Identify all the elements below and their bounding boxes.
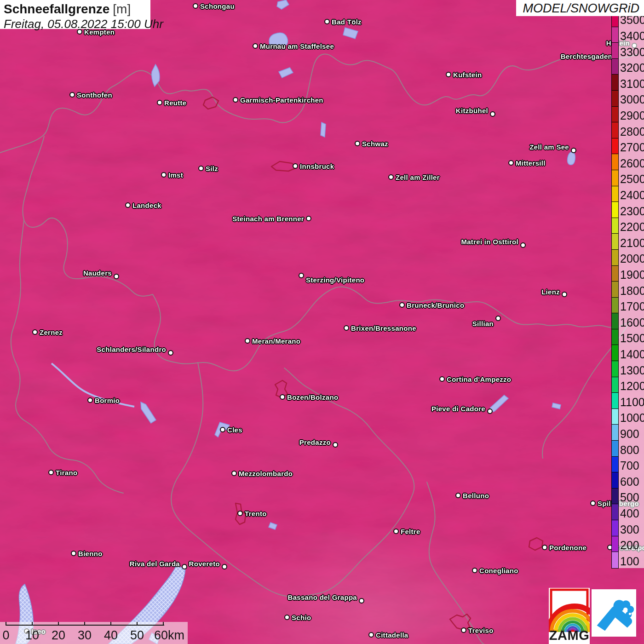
- colorbar-segment: [612, 425, 618, 441]
- lake-kochelsee: [343, 28, 358, 39]
- city-label: Brixen/Bressanone: [351, 324, 416, 332]
- scalebar-line: [6, 625, 164, 626]
- colorbar-segment: [612, 122, 618, 138]
- colorbar-segment: [612, 138, 618, 155]
- colorbar-segment: [612, 472, 618, 489]
- city-label: Belluno: [463, 492, 489, 500]
- city-dot: [87, 397, 93, 403]
- city-dot: [161, 172, 167, 178]
- city-dot: [439, 376, 445, 382]
- city-dot: [168, 350, 173, 356]
- city-label: Treviso: [468, 627, 494, 634]
- colorbar-segment: [612, 218, 618, 234]
- city-dot: [333, 442, 338, 448]
- partner-logo: [592, 589, 636, 637]
- colorbar-segment: [612, 107, 618, 123]
- city-dot: [125, 202, 131, 208]
- city-dot: [193, 3, 198, 9]
- city-dot: [306, 216, 311, 221]
- scalebar-number: 30: [78, 628, 92, 643]
- boundary-pordenone: [529, 538, 543, 550]
- colorbar-tick-label: 100: [620, 554, 639, 568]
- page-title: Schneefallgrenze[m]: [4, 2, 147, 17]
- colorbar-tick-label: 3200: [620, 61, 644, 75]
- colorbar-tick-label: 1200: [620, 380, 644, 393]
- city-dot: [487, 408, 493, 414]
- colorbar-segment: [612, 313, 618, 329]
- city-dot: [455, 493, 461, 498]
- scalebar-tick: [32, 622, 33, 626]
- snowgrid-map: SchongauBad TölzKemptenMurnau am Staffel…: [0, 0, 644, 644]
- city-label: Steinach am Brenner: [232, 215, 304, 223]
- colorbar-tick-label: 2400: [620, 188, 644, 201]
- colorbar-segment: [612, 377, 618, 393]
- city-label: Mittersill: [516, 159, 546, 167]
- scalebar-number: 10: [25, 628, 39, 643]
- scalebar-number: 60km: [154, 628, 184, 643]
- city-label: Schio: [292, 614, 311, 621]
- city-label: Berchtesgaden: [561, 52, 612, 60]
- city-label: Bormio: [95, 397, 120, 404]
- city-dot: [355, 141, 360, 146]
- city-label: Reutte: [164, 99, 186, 107]
- city-label: Bruneck/Brunico: [407, 301, 464, 309]
- colorbar-segment: [612, 282, 618, 298]
- colorbar-segment: [612, 250, 618, 266]
- city-label: Matrei in Osttirol: [461, 238, 518, 246]
- city-label: Lienz: [541, 288, 560, 296]
- colorbar-tick-label: 400: [620, 506, 639, 520]
- lake-garmisch: [279, 68, 293, 78]
- colorbar-tick-label: 500: [620, 491, 639, 504]
- lake-achensee: [321, 122, 326, 137]
- scalebar-tick: [58, 622, 59, 626]
- colorbar-tick-label: 1400: [620, 347, 644, 361]
- colorbar-tick-label: 2700: [620, 141, 644, 154]
- colorbar: [611, 11, 619, 569]
- city-label: Nauders: [83, 269, 112, 277]
- colorbar-tick-label: 1900: [620, 268, 644, 281]
- city-label: Pieve di Cadore: [431, 405, 485, 413]
- scalebar-tick: [84, 622, 85, 626]
- colorbar-tick-label: 800: [620, 443, 639, 456]
- colorbar-segment: [612, 536, 618, 552]
- colorbar-tick-label: 300: [620, 523, 639, 536]
- city-label: Trento: [245, 510, 267, 518]
- city-dot: [388, 174, 394, 180]
- title-unit: [m]: [113, 2, 131, 16]
- colorbar-segment: [612, 298, 618, 314]
- boundary-treviso: [450, 614, 471, 630]
- city-dot: [562, 292, 567, 297]
- colorbar-segment: [612, 409, 618, 425]
- city-label: Kitzbühel: [456, 107, 488, 115]
- city-label: Riva del Garda: [130, 560, 180, 568]
- city-dot: [284, 615, 290, 620]
- colorbar-segment: [612, 552, 618, 568]
- city-label: Sillian: [472, 320, 494, 328]
- city-label: Cles: [227, 426, 242, 434]
- colorbar-tick-label: 1000: [620, 411, 644, 425]
- scalebar-tick: [6, 622, 6, 626]
- city-dot: [508, 160, 514, 166]
- city-dot: [245, 338, 250, 344]
- city-boundaries: [203, 97, 543, 630]
- colorbar-segment: [612, 234, 618, 250]
- scalebar-tick: [110, 622, 111, 626]
- colorbar-segment: [612, 27, 618, 43]
- colorbar-segment: [612, 154, 618, 170]
- city-dot: [495, 316, 501, 321]
- title-text: Schneefallgrenze: [4, 2, 109, 16]
- colorbar-tick-label: 1100: [620, 395, 644, 408]
- city-label: Zernez: [40, 328, 63, 336]
- city-dot: [157, 100, 162, 105]
- city-label: Schongau: [200, 2, 235, 10]
- city-label: Garmisch-Partenkirchen: [240, 96, 323, 104]
- city-label: Pordenone: [549, 544, 586, 552]
- city-label: Meran/Merano: [252, 337, 300, 345]
- colorbar-segment: [612, 489, 618, 505]
- city-label: Sterzing/Vipiteno: [306, 276, 364, 284]
- colorbar-segment: [612, 504, 618, 520]
- lake-small-east: [552, 403, 561, 409]
- city-dot: [472, 568, 477, 573]
- colorbar-tick-label: 2900: [620, 109, 644, 122]
- city-label: Bassano del Grappa: [288, 593, 357, 601]
